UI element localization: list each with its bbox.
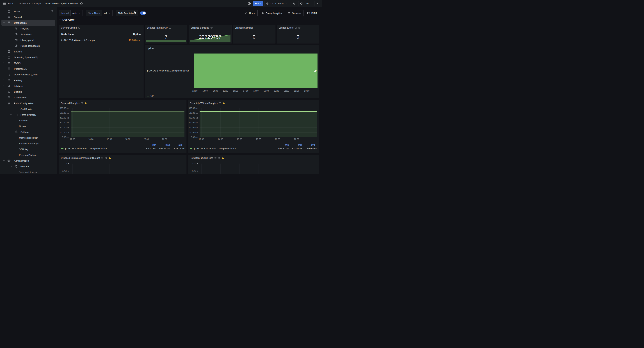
menu-button[interactable] — [2, 1, 6, 6]
stat-column-max[interactable]: max — [289, 144, 302, 146]
info-icon[interactable] — [219, 102, 221, 104]
sidebar-item-stats-and-license[interactable]: Stats and license — [2, 169, 55, 174]
breadcrumb-item-dashboards[interactable]: Dashboards — [18, 2, 30, 5]
warning-icon[interactable] — [84, 102, 87, 105]
interval-select[interactable]: auto — [71, 10, 83, 16]
timeseries-plot[interactable] — [71, 161, 184, 174]
services-button[interactable]: Services — [286, 10, 304, 16]
pmm-annotations-toggle[interactable] — [140, 11, 146, 15]
chevron-down-icon[interactable] — [10, 114, 15, 116]
dock-sidebar-icon[interactable] — [50, 10, 54, 13]
info-icon[interactable] — [295, 26, 297, 29]
sidebar-item-metrics-resolution[interactable]: Metrics Resolution — [2, 135, 55, 141]
panel-header[interactable]: Persistent Queue Size — [188, 155, 319, 161]
chevron-right-icon[interactable] — [3, 96, 8, 99]
info-icon[interactable] — [78, 26, 80, 29]
sidebar-item-administration[interactable]: Administration — [2, 158, 55, 164]
share-button[interactable]: Share — [252, 1, 263, 6]
external-link-icon[interactable] — [218, 157, 220, 159]
sidebar-item-starred[interactable]: Starred — [2, 14, 55, 20]
legend-series[interactable]: ip-10-178-1-40.us-east-2.compute.interna… — [190, 148, 275, 150]
warning-icon[interactable] — [222, 157, 224, 159]
sidebar-item-query-analytics-qan[interactable]: Query Analytics (QAN) — [2, 72, 55, 77]
chevron-down-icon[interactable] — [3, 102, 8, 104]
panel-header[interactable]: Scraped Samples — [189, 25, 232, 30]
sidebar-item-postgresql[interactable]: PostgreSQL — [2, 66, 55, 72]
column-header-node-name[interactable]: Node Name — [61, 33, 74, 35]
external-link-icon[interactable] — [298, 26, 300, 29]
breadcrumb-item-home[interactable]: Home — [8, 2, 14, 5]
stat-column-avg[interactable]: avg — [170, 144, 184, 146]
sidebar-item-playlists[interactable]: Playlists — [2, 26, 55, 31]
sidebar-item-pmm-configuration[interactable]: PMM Configuration — [2, 100, 55, 106]
refresh-button[interactable] — [298, 1, 304, 6]
warning-icon[interactable] — [222, 102, 225, 105]
chevron-right-icon[interactable] — [3, 91, 8, 93]
home-button[interactable]: Home — [243, 10, 258, 16]
info-icon[interactable] — [210, 26, 213, 29]
sidebar-item-settings[interactable]: Settings — [2, 129, 55, 135]
sidebar-item-operating-system-os[interactable]: Operating System (OS) — [2, 54, 55, 60]
sidebar-item-library-panels[interactable]: Library panels — [2, 37, 55, 43]
chevron-down-icon[interactable] — [10, 131, 15, 133]
info-icon[interactable] — [169, 26, 171, 29]
panel-header[interactable]: Dropped Samples (Persistent Queue) — [59, 155, 186, 161]
stat-column-min[interactable]: min — [275, 144, 289, 146]
time-range-picker[interactable]: Last 12 hours — [264, 1, 289, 6]
timeline-plot[interactable]: UP — [194, 53, 318, 88]
chevron-right-icon[interactable] — [3, 68, 8, 70]
sidebar-item-dashboards[interactable]: Dashboards — [2, 20, 55, 26]
chevron-right-icon[interactable] — [3, 85, 8, 87]
sidebar-item-alerting[interactable]: Alerting — [2, 77, 55, 83]
sidebar-item-nodes[interactable]: Nodes — [2, 123, 55, 129]
query-analytics-button[interactable]: Query Analytics — [259, 10, 284, 16]
sidebar-item-advanced-settings[interactable]: Advanced Settings — [2, 141, 55, 146]
timeseries-plot[interactable] — [200, 108, 317, 137]
sidebar-item-general[interactable]: General — [2, 164, 55, 169]
panel-header[interactable]: Remotely Written Samples — [188, 100, 319, 106]
sidebar-item-add-service[interactable]: Add Service — [2, 106, 55, 112]
panel-header[interactable]: Uptime — [145, 45, 319, 51]
sidebar-item-mysql[interactable]: MySQL — [2, 60, 55, 66]
info-icon[interactable] — [101, 157, 104, 159]
timeseries-plot[interactable] — [200, 161, 317, 174]
sidebar-item-explore[interactable]: Explore — [2, 49, 55, 54]
sidebar-item-home[interactable]: Home — [2, 8, 55, 14]
stat-column-max[interactable]: max — [156, 144, 170, 146]
refresh-interval-picker[interactable]: 1m — [304, 1, 314, 6]
chevron-down-icon[interactable] — [3, 22, 8, 24]
stat-column-avg[interactable]: avg — [302, 144, 317, 146]
overview-section-header[interactable]: Overview — [59, 18, 74, 21]
chevron-down-icon[interactable] — [3, 160, 8, 162]
stat-column-min[interactable]: min — [142, 144, 156, 146]
zoom-out-button[interactable] — [291, 1, 297, 6]
sidebar-item-ssh-key[interactable]: SSH Key — [2, 146, 55, 152]
sidebar-item-connections[interactable]: Connections — [2, 95, 55, 100]
panel-header[interactable]: Dropped Samples — [233, 25, 275, 30]
sidebar-item-public-dashboards[interactable]: Public dashboards — [2, 43, 55, 49]
chevron-right-icon[interactable] — [3, 79, 8, 81]
collapse-topbar-button[interactable] — [316, 1, 320, 5]
breadcrumb-item-insight[interactable]: Insight — [34, 2, 41, 5]
panel-header[interactable]: Current Uptime — [59, 25, 143, 30]
sidebar-item-advisors[interactable]: Advisors — [2, 83, 55, 89]
panel-header[interactable]: Scraped Samples — [59, 100, 186, 106]
info-icon[interactable] — [214, 157, 217, 159]
pmm-button[interactable]: PMM — [305, 10, 319, 16]
column-header-uptime[interactable]: Uptime — [133, 33, 141, 35]
dashboard-settings-button[interactable] — [247, 1, 251, 5]
chevron-right-icon[interactable] — [3, 62, 8, 64]
favorite-button[interactable] — [80, 1, 84, 5]
chevron-right-icon[interactable] — [3, 56, 8, 58]
timeseries-plot[interactable] — [71, 108, 184, 137]
warning-icon[interactable] — [108, 157, 111, 159]
external-link-icon[interactable] — [105, 157, 107, 159]
chevron-down-icon[interactable] — [10, 165, 15, 168]
sidebar-item-services[interactable]: Services — [2, 118, 55, 123]
sidebar-item-backup[interactable]: Backup — [2, 89, 55, 95]
sidebar-item-snapshots[interactable]: Snapshots — [2, 31, 55, 37]
node-name-cell[interactable]: ip-10-178-1-40.us-east-2.comput — [61, 39, 95, 41]
panel-header[interactable]: Logged Errors — [277, 25, 319, 30]
sidebar-item-percona-platform[interactable]: Percona Platform — [2, 152, 55, 158]
info-icon[interactable] — [81, 102, 83, 104]
